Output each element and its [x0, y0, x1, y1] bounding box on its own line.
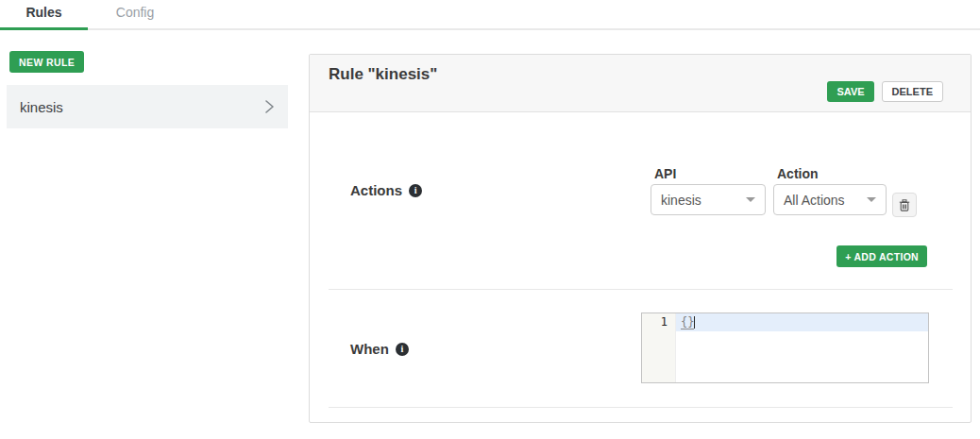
info-icon[interactable]: i	[409, 184, 422, 197]
active-tab-indicator	[0, 27, 88, 30]
actions-label-text: Actions	[350, 182, 402, 198]
editor-gutter: 1	[642, 313, 676, 382]
save-button[interactable]: SAVE	[827, 81, 873, 102]
caret-down-icon	[867, 197, 876, 202]
panel-header: Rule "kinesis" SAVE DELETE	[310, 55, 971, 112]
info-icon[interactable]: i	[396, 343, 409, 356]
add-action-button[interactable]: + ADD ACTION	[836, 245, 927, 267]
api-select[interactable]: kinesis	[651, 184, 766, 215]
api-field-label: API	[654, 166, 676, 181]
when-code-editor[interactable]: 1 {}	[641, 312, 929, 383]
api-select-value: kinesis	[661, 193, 740, 208]
caret-down-icon	[746, 197, 755, 202]
editor-line-number: 1	[661, 315, 667, 329]
when-section-label: When i	[350, 341, 409, 357]
tab-rules[interactable]: Rules	[0, 0, 88, 28]
chevron-right-icon	[263, 99, 275, 114]
new-rule-button[interactable]: NEW RULE	[9, 51, 84, 73]
tab-config-label: Config	[116, 5, 154, 20]
action-select[interactable]: All Actions	[773, 184, 887, 215]
section-divider	[329, 289, 953, 290]
section-divider	[329, 407, 953, 408]
tab-rules-label: Rules	[25, 5, 61, 20]
trash-icon	[899, 199, 910, 211]
action-field-label: Action	[777, 166, 819, 181]
rule-title: Rule "kinesis"	[329, 65, 437, 84]
sidebar-rule-item-kinesis[interactable]: kinesis	[7, 85, 288, 128]
action-select-value: All Actions	[784, 193, 861, 208]
tab-config[interactable]: Config	[107, 0, 163, 28]
rule-detail-panel: Rule "kinesis" SAVE DELETE Actions i API…	[309, 54, 972, 423]
remove-action-button[interactable]	[892, 193, 917, 217]
rule-item-label: kinesis	[20, 99, 263, 115]
actions-section-label: Actions i	[350, 182, 422, 198]
delete-button[interactable]: DELETE	[882, 81, 943, 102]
code-close-brace: }	[687, 315, 694, 329]
text-cursor	[694, 316, 695, 329]
tab-bar: Rules Config	[0, 0, 980, 30]
editor-code-line: {}	[681, 315, 695, 329]
when-label-text: When	[350, 341, 389, 357]
